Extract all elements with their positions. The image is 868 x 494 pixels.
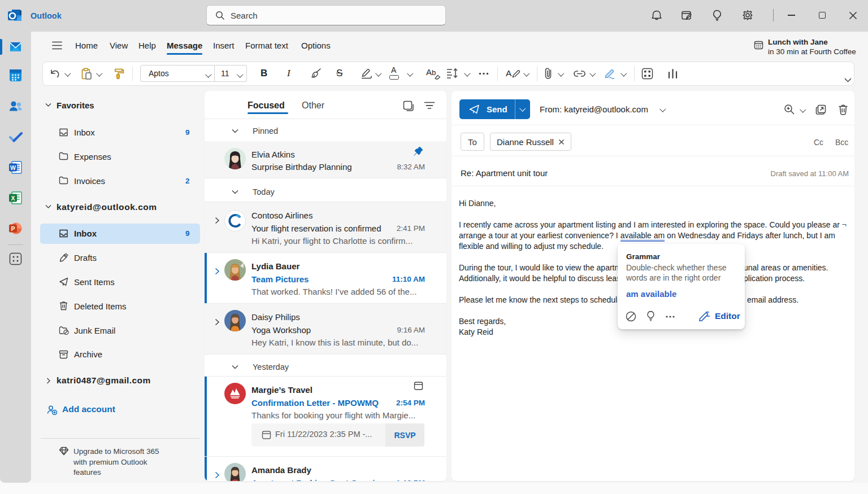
- svg-text:W: W: [10, 164, 16, 171]
- svg-text:P: P: [11, 225, 15, 232]
- svg-text:X: X: [11, 195, 15, 202]
